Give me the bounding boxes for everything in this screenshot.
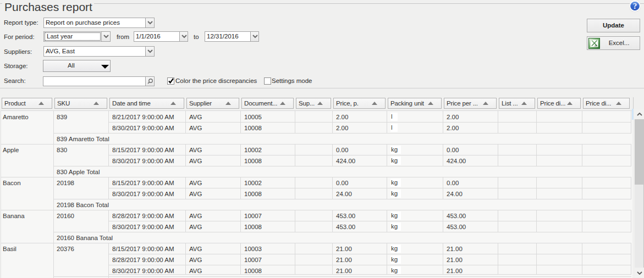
svg-text:?: ? [633, 2, 637, 10]
